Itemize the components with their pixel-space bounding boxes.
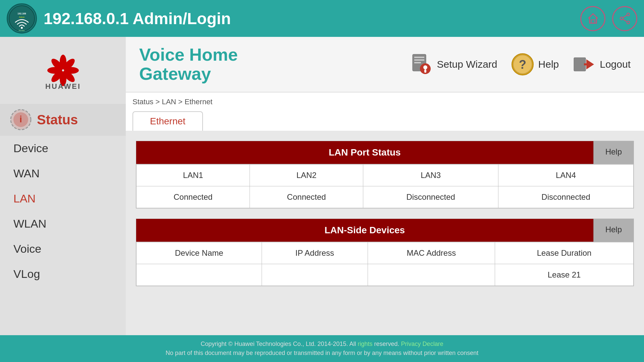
setup-wizard-label: Setup Wizard: [437, 59, 497, 70]
svg-point-3: [21, 27, 23, 29]
lan-side-devices-help[interactable]: Help: [593, 219, 634, 242]
svg-rect-36: [584, 63, 591, 65]
lan4-status: Disconnected: [498, 186, 634, 208]
lan3-status: Disconnected: [363, 186, 498, 208]
lan-port-status-header: LAN Port Status Help: [136, 141, 634, 164]
svg-rect-26: [414, 59, 424, 61]
content-body: LAN Port Status Help LAN1 LAN2 LAN3 LAN4: [126, 131, 644, 335]
mac-address-header: MAC Address: [368, 242, 495, 264]
svg-line-10: [623, 19, 627, 22]
lan3-header: LAN3: [363, 165, 498, 186]
setup-wizard-button[interactable]: Setup Wizard: [409, 53, 497, 76]
lan-port-status-table: LAN1 LAN2 LAN3 LAN4 Connected Connected …: [136, 164, 634, 208]
logout-button[interactable]: Logout: [572, 53, 631, 76]
svg-text:Router: Router: [19, 29, 25, 32]
svg-rect-34: [574, 58, 586, 71]
svg-point-7: [627, 21, 630, 24]
svg-line-9: [623, 15, 627, 18]
sidebar-status-label: Status: [37, 112, 78, 127]
lease-duration-cell: Lease 21: [495, 264, 634, 286]
sidebar-item-vlog[interactable]: VLog: [0, 261, 126, 287]
svg-point-8: [620, 17, 623, 20]
lan4-header: LAN4: [498, 165, 634, 186]
header-bar: Voice Home Gateway Setup Wizard: [126, 37, 644, 93]
svg-text:HUAWEI: HUAWEI: [45, 82, 81, 90]
svg-point-6: [627, 13, 630, 16]
home-button[interactable]: [580, 6, 605, 31]
tab-bar: Ethernet: [126, 111, 644, 131]
mac-address-cell: [368, 264, 495, 286]
table-row: Connected Connected Disconnected Disconn…: [137, 186, 634, 208]
sidebar-item-voice[interactable]: Voice: [0, 236, 126, 261]
page-title: 192.168.0.1 Admin/Login: [44, 9, 574, 28]
top-bar: 192.168 Admin Router 192.168.0.1 Admin/L…: [0, 0, 644, 37]
share-button[interactable]: [612, 6, 637, 31]
table-row: Lease 21: [137, 264, 634, 286]
lease-duration-header: Lease Duration: [495, 242, 634, 264]
svg-text:i: i: [19, 114, 22, 124]
sidebar-item-lan[interactable]: LAN: [0, 186, 126, 211]
top-bar-actions: [580, 6, 637, 31]
footer: Copyright © Huawei Technologies Co., Ltd…: [0, 335, 644, 362]
gateway-title: Voice Home Gateway: [139, 45, 238, 83]
help-button[interactable]: ? Help: [511, 53, 559, 76]
svg-point-29: [423, 65, 427, 69]
lan-side-devices-section: LAN-Side Devices Help Device Name IP Add…: [136, 219, 634, 286]
logout-label: Logout: [600, 59, 631, 70]
ip-address-header: IP Address: [262, 242, 368, 264]
sidebar-item-device[interactable]: Device: [0, 136, 126, 161]
lan-side-devices-title: LAN-Side Devices: [136, 219, 593, 242]
sidebar-item-wlan[interactable]: WLAN: [0, 211, 126, 236]
footer-line1: Copyright © Huawei Technologies Co., Ltd…: [201, 340, 443, 349]
svg-rect-27: [414, 62, 421, 63]
svg-text:?: ?: [519, 58, 526, 71]
app-logo: 192.168 Admin Router: [7, 3, 37, 34]
sidebar-logo: HUAWEI: [0, 44, 126, 104]
lan-side-devices-table: Device Name IP Address MAC Address Lease…: [136, 242, 634, 286]
help-label: Help: [538, 59, 559, 70]
content-area: Voice Home Gateway Setup Wizard: [126, 37, 644, 335]
svg-rect-25: [414, 57, 424, 58]
header-actions: Setup Wizard ? Help Log: [409, 53, 631, 76]
device-name-cell: [137, 264, 262, 286]
lan2-header: LAN2: [250, 165, 363, 186]
svg-rect-30: [424, 69, 426, 73]
svg-text:Admin: Admin: [19, 16, 24, 18]
lan2-status: Connected: [250, 186, 363, 208]
sidebar: HUAWEI i Status Device WAN LAN WLAN Voic…: [0, 37, 126, 335]
ethernet-tab[interactable]: Ethernet: [132, 111, 203, 131]
lan1-status: Connected: [137, 186, 250, 208]
lan-port-status-help[interactable]: Help: [593, 141, 634, 164]
sidebar-item-wan[interactable]: WAN: [0, 161, 126, 186]
main-layout: HUAWEI i Status Device WAN LAN WLAN Voic…: [0, 37, 644, 335]
footer-line2: No part of this document may be reproduc…: [166, 349, 478, 358]
lan-port-status-title: LAN Port Status: [136, 141, 593, 164]
device-name-header: Device Name: [137, 242, 262, 264]
svg-text:192.168: 192.168: [17, 12, 26, 15]
breadcrumb: Status > LAN > Ethernet: [126, 93, 644, 111]
ip-address-cell: [262, 264, 368, 286]
lan-side-devices-header: LAN-Side Devices Help: [136, 219, 634, 242]
lan1-header: LAN1: [137, 165, 250, 186]
sidebar-item-status[interactable]: i Status: [0, 104, 126, 136]
lan-port-status-section: LAN Port Status Help LAN1 LAN2 LAN3 LAN4: [136, 141, 634, 208]
